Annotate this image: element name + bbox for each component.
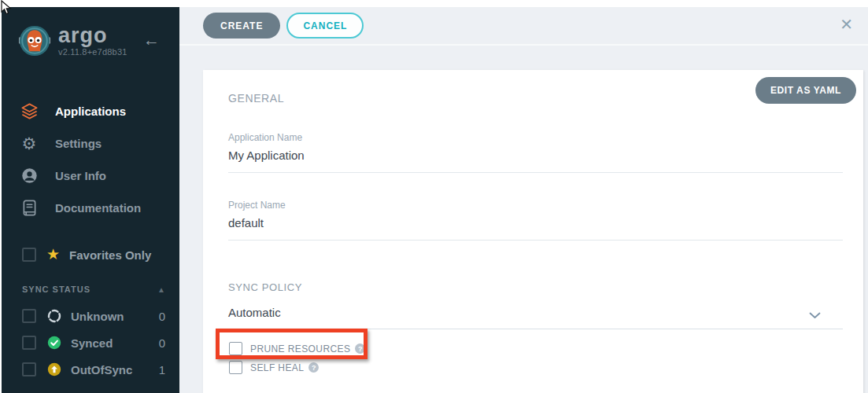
sidebar: argo v2.11.8+e7d8b31 ← Applications ⚙ Se… xyxy=(2,7,179,393)
book-icon xyxy=(17,200,41,216)
logo-text-block: argo v2.11.8+e7d8b31 xyxy=(58,25,127,57)
general-section-title: GENERAL xyxy=(228,92,843,105)
favorites-only-checkbox[interactable] xyxy=(22,248,36,262)
create-button[interactable]: CREATE xyxy=(203,13,280,39)
close-icon[interactable]: ✕ xyxy=(840,15,853,34)
filter-row-unknown: Unknown 0 xyxy=(22,303,165,329)
help-icon[interactable]: ? xyxy=(308,362,319,373)
unknown-circle-icon xyxy=(47,309,61,323)
collapse-triangle-icon[interactable]: ▲ xyxy=(157,285,165,294)
sync-policy-selected-value: Automatic xyxy=(228,306,281,319)
application-name-field-group: Application Name My Application xyxy=(228,132,843,173)
prune-resources-option: PRUNE RESOURCES ? xyxy=(229,342,843,355)
sync-status-header-label: SYNC STATUS xyxy=(22,285,90,294)
sidebar-item-user-info[interactable]: User Info xyxy=(2,160,179,192)
filter-row-synced: Synced 0 xyxy=(22,329,165,356)
logo-block: argo v2.11.8+e7d8b31 xyxy=(18,24,127,57)
application-name-input[interactable]: My Application xyxy=(228,149,843,173)
help-icon[interactable]: ? xyxy=(355,343,365,354)
outofsync-checkbox[interactable] xyxy=(22,362,36,376)
sync-policy-section-title: SYNC POLICY xyxy=(228,281,843,293)
sidebar-nav: Applications ⚙ Settings User Info xyxy=(2,95,179,224)
argo-octopus-logo-icon xyxy=(18,24,51,57)
edit-as-yaml-button[interactable]: EDIT AS YAML xyxy=(755,77,856,104)
sidebar-item-settings[interactable]: ⚙ Settings xyxy=(2,127,179,160)
action-toolbar: CREATE CANCEL ✕ xyxy=(179,7,868,46)
self-heal-checkbox[interactable] xyxy=(229,361,242,374)
project-name-field-group: Project Name default xyxy=(228,200,843,241)
argo-create-application-screen: argo v2.11.8+e7d8b31 ← Applications ⚙ Se… xyxy=(0,0,868,393)
chevron-down-icon xyxy=(809,308,821,322)
sidebar-item-label: Applications xyxy=(55,105,126,118)
filter-count: 1 xyxy=(159,363,165,376)
sidebar-item-label: Settings xyxy=(55,137,102,150)
user-icon xyxy=(17,167,41,184)
outofsync-up-arrow-icon xyxy=(47,362,61,376)
synced-check-icon xyxy=(47,336,61,350)
sync-status-section-header: SYNC STATUS ▲ xyxy=(22,285,165,294)
project-name-label: Project Name xyxy=(228,200,843,211)
sidebar-item-documentation[interactable]: Documentation xyxy=(2,192,179,224)
sync-status-filter-list: Unknown 0 Synced 0 xyxy=(22,303,165,383)
prune-resources-checkbox[interactable] xyxy=(229,342,242,355)
favorites-only-filter: ★ Favorites Only xyxy=(22,248,151,262)
filter-label: Synced xyxy=(71,336,159,350)
gear-icon: ⚙ xyxy=(17,135,41,152)
favorites-only-label: Favorites Only xyxy=(69,248,151,262)
version-label: v2.11.8+e7d8b31 xyxy=(58,47,127,57)
project-name-input[interactable]: default xyxy=(228,216,843,241)
prune-resources-label: PRUNE RESOURCES xyxy=(250,343,350,354)
filter-count: 0 xyxy=(159,336,165,350)
main-panel: CREATE CANCEL ✕ EDIT AS YAML GENERAL App… xyxy=(179,7,868,393)
sync-policy-select[interactable]: Automatic xyxy=(228,306,843,329)
layers-icon xyxy=(17,102,41,120)
sidebar-item-label: Documentation xyxy=(55,201,141,215)
star-icon: ★ xyxy=(46,248,60,262)
cancel-button[interactable]: CANCEL xyxy=(286,13,364,39)
filter-count: 0 xyxy=(159,310,165,323)
sidebar-item-applications[interactable]: Applications xyxy=(2,95,179,127)
filter-row-outofsync: OutOfSync 1 xyxy=(22,356,165,383)
synced-checkbox[interactable] xyxy=(22,336,36,350)
self-heal-label: SELF HEAL xyxy=(250,362,304,373)
unknown-checkbox[interactable] xyxy=(22,309,36,323)
filter-label: OutOfSync xyxy=(71,363,159,376)
application-name-label: Application Name xyxy=(228,132,843,143)
app-title: argo xyxy=(58,25,127,46)
self-heal-option: SELF HEAL ? xyxy=(229,361,843,374)
sidebar-item-label: User Info xyxy=(55,169,106,182)
application-form-card: EDIT AS YAML GENERAL Application Name My… xyxy=(203,70,863,393)
filter-label: Unknown xyxy=(71,310,159,323)
sidebar-collapse-arrow-icon[interactable]: ← xyxy=(143,32,160,48)
mouse-cursor-icon xyxy=(0,0,13,16)
